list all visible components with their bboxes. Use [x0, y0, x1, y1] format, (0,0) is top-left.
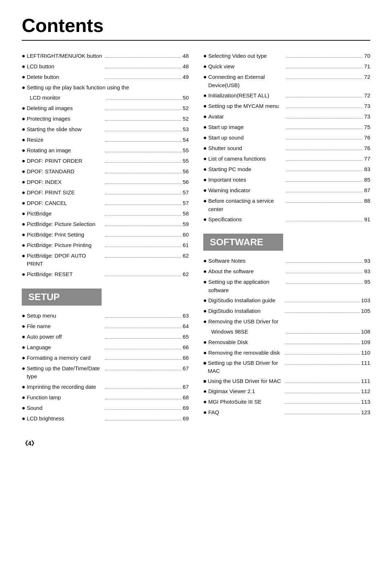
toc-label: Starting PC mode — [208, 165, 285, 174]
list-item: ●Software Notes93 — [203, 257, 370, 265]
list-item: ●DPOF: STANDARD56 — [22, 167, 189, 176]
bullet-icon: ● — [203, 338, 207, 347]
toc-page-number: 73 — [364, 102, 370, 110]
toc-label: File name — [27, 322, 103, 331]
toc-dots — [286, 68, 363, 68]
toc-page-number: 91 — [364, 215, 370, 224]
toc-dots — [105, 388, 181, 389]
toc-page-number: 108 — [361, 328, 370, 336]
toc-dots — [105, 420, 181, 420]
toc-dots — [105, 110, 181, 110]
toc-dots — [105, 131, 181, 131]
toc-dots — [105, 359, 181, 360]
toc-label: Warning indicator — [208, 186, 285, 195]
left-column: ●LEFT/RIGHT/MENU/OK button48●LCD button4… — [22, 52, 189, 425]
toc-dots — [285, 312, 360, 313]
right-column: ●Selecting Video out type70●Quick view71… — [203, 52, 370, 425]
bullet-icon: ● — [22, 167, 25, 176]
toc-dots — [105, 57, 181, 58]
toc-page-number: 63 — [183, 312, 189, 320]
toc-page-number: 48 — [183, 52, 189, 60]
toc-label: LCD button — [27, 62, 103, 71]
toc-page-number: 67 — [183, 364, 189, 373]
toc-dots — [105, 173, 181, 173]
toc-dots — [286, 57, 363, 58]
list-item: ●Sound69 — [22, 404, 189, 412]
bullet-icon: ● — [203, 102, 207, 110]
list-item: ●PictBridge: Picture Selection59 — [22, 220, 189, 229]
toc-page-number: 75 — [364, 123, 370, 132]
toc-dots — [105, 215, 181, 215]
list-item: ●LCD brightness69 — [22, 414, 189, 423]
bullet-icon: ● — [22, 393, 25, 402]
toc-page-number: 57 — [183, 189, 189, 197]
toc-label: Setting up the MYCAM menu — [208, 102, 285, 110]
toc-label: Setting up the play back function using … — [27, 84, 189, 92]
toc-dots — [286, 192, 363, 192]
list-item: ●Function lamp68 — [22, 393, 189, 402]
toc-dots — [106, 99, 181, 100]
setup-toc: ●Setup menu63●File name64●Auto power off… — [22, 311, 189, 423]
bullet-icon: ● — [22, 270, 25, 279]
list-item: ●Rotating an image55 — [22, 146, 189, 155]
bullet-icon: ● — [22, 311, 25, 320]
list-item: ●Important notes85 — [203, 175, 370, 184]
toc-label: Start up image — [208, 123, 285, 132]
toc-page-number: 76 — [364, 144, 370, 153]
bullet-icon: ● — [22, 157, 25, 165]
toc-page-number: 111 — [361, 359, 370, 367]
toc-page-number: 105 — [361, 307, 370, 315]
toc-label: Rotating an image — [27, 146, 103, 155]
toc-dots — [105, 120, 181, 121]
list-item: ●Setting up the Date/Time/Date type67 — [22, 364, 189, 381]
toc-page-number: 54 — [183, 136, 189, 144]
list-item: ●Setup menu63 — [22, 311, 189, 320]
toc-page-number: 109 — [361, 338, 370, 347]
bullet-icon: ● — [22, 220, 25, 229]
list-item: ●Setting up the MYCAM menu73 — [203, 102, 370, 110]
bullet-icon: ● — [203, 387, 207, 396]
list-item: ●Quick view71 — [203, 62, 370, 71]
bullet-icon: ● — [22, 125, 25, 134]
bullet-icon: ● — [22, 104, 25, 113]
toc-page-number: 111 — [361, 377, 370, 386]
list-item: ●Delete button49 — [22, 73, 189, 81]
bullet-icon: ● — [22, 241, 25, 250]
toc-dots — [105, 409, 181, 410]
toc-label: Windows 98SE — [211, 328, 285, 336]
toc-dots — [285, 302, 360, 302]
list-item: ●DPOF: INDEX56 — [22, 178, 189, 186]
bullet-icon: ● — [22, 322, 25, 331]
bullet-icon: ● — [22, 230, 25, 239]
toc-page-number: 71 — [364, 62, 370, 71]
toc-dots — [105, 162, 181, 163]
list-item: ●Imprinting the recording date67 — [22, 383, 189, 391]
toc-page-number: 55 — [183, 146, 189, 155]
toc-page-number: 65 — [183, 333, 189, 341]
toc-label: List of camera functions — [208, 155, 285, 163]
toc-dots — [105, 247, 181, 247]
list-item: ●Starting PC mode83 — [203, 165, 370, 174]
list-item: ●DigiStudio Installation guide103 — [203, 296, 370, 305]
toc-page-number: 112 — [361, 387, 370, 396]
toc-label: PictBridge — [27, 210, 103, 218]
bullet-icon: ● — [203, 91, 207, 100]
toc-page-number: 64 — [183, 322, 189, 331]
bullet-icon: ● — [203, 52, 207, 60]
toc-dots — [286, 221, 363, 221]
toc-dots — [105, 399, 181, 399]
bullet-icon: ● — [203, 144, 207, 153]
toc-page-number: 52 — [183, 104, 189, 113]
toc-dots — [286, 333, 359, 334]
toc-page-number: 61 — [183, 241, 189, 250]
bullet-icon: ● — [22, 343, 25, 352]
toc-label: Protecting images — [27, 115, 103, 123]
bullet-icon: ● — [22, 73, 25, 81]
toc-dots — [105, 328, 181, 328]
toc-page-number: 49 — [183, 73, 189, 81]
toc-page-number: 93 — [364, 257, 370, 265]
list-item: ●DigiStudio Installation105 — [203, 307, 370, 315]
toc-label: About the software — [208, 267, 285, 276]
page-title: Contents — [22, 15, 370, 41]
toc-label: DigiStudio Installation — [208, 307, 283, 315]
